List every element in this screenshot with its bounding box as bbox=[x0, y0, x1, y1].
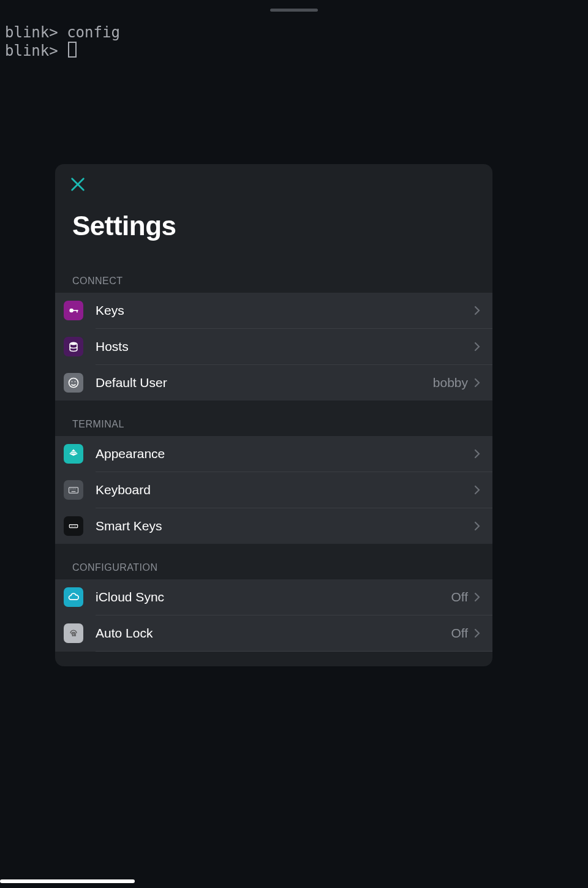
face-icon bbox=[64, 373, 83, 393]
row-icloud-sync[interactable]: iCloud Sync Off bbox=[55, 579, 492, 615]
close-icon bbox=[69, 176, 86, 193]
terminal-command: config bbox=[67, 24, 120, 41]
keyboard-icon bbox=[64, 480, 83, 500]
appearance-icon bbox=[64, 444, 83, 464]
section-terminal: Appearance Keyboard Smar bbox=[55, 436, 492, 544]
terminal-cursor bbox=[68, 42, 77, 58]
close-button[interactable] bbox=[69, 175, 87, 194]
row-appearance[interactable]: Appearance bbox=[55, 436, 492, 472]
row-label: iCloud Sync bbox=[96, 590, 451, 604]
svg-rect-18 bbox=[69, 525, 77, 528]
smartkeys-icon bbox=[64, 516, 83, 536]
section-header-connect: CONNECT bbox=[55, 241, 492, 293]
database-icon bbox=[64, 337, 83, 356]
svg-rect-4 bbox=[77, 310, 78, 312]
cloud-icon bbox=[64, 587, 83, 607]
fingerprint-icon bbox=[64, 623, 83, 643]
row-hosts[interactable]: Hosts bbox=[55, 329, 492, 364]
row-value: Off bbox=[451, 590, 468, 604]
row-label: Appearance bbox=[96, 446, 474, 461]
row-keyboard[interactable]: Keyboard bbox=[55, 472, 492, 508]
chevron-right-icon bbox=[474, 342, 480, 352]
modal-title: Settings bbox=[55, 194, 492, 241]
section-header-configuration: CONFIGURATION bbox=[55, 544, 492, 579]
row-label: Hosts bbox=[96, 339, 474, 354]
chevron-right-icon bbox=[474, 449, 480, 459]
terminal-line: blink> config bbox=[5, 23, 120, 42]
row-value: bobby bbox=[433, 375, 468, 390]
row-value: Off bbox=[451, 626, 468, 641]
row-label: Keys bbox=[96, 303, 474, 318]
window-grab-handle[interactable] bbox=[270, 9, 318, 12]
terminal-prompt: blink> bbox=[5, 42, 58, 59]
row-label: Smart Keys bbox=[96, 519, 474, 533]
terminal-line: blink> bbox=[5, 42, 120, 60]
row-label: Auto Lock bbox=[96, 626, 451, 641]
chevron-right-icon bbox=[474, 378, 480, 388]
row-auto-lock[interactable]: Auto Lock Off bbox=[55, 615, 492, 651]
svg-point-5 bbox=[70, 342, 77, 345]
svg-point-7 bbox=[72, 382, 73, 383]
chevron-right-icon bbox=[474, 521, 480, 531]
row-label: Keyboard bbox=[96, 483, 474, 497]
row-smart-keys[interactable]: Smart Keys bbox=[55, 508, 492, 544]
chevron-right-icon bbox=[474, 306, 480, 315]
row-default-user[interactable]: Default User bobby bbox=[55, 365, 492, 401]
row-label: Default User bbox=[96, 375, 433, 390]
svg-rect-11 bbox=[69, 487, 78, 493]
key-icon bbox=[64, 301, 83, 320]
section-connect: Keys Hosts Default User bbox=[55, 293, 492, 401]
divider bbox=[96, 651, 492, 652]
section-header-terminal: TERMINAL bbox=[55, 401, 492, 436]
settings-modal: Settings CONNECT Keys Hosts bbox=[55, 164, 492, 666]
svg-point-8 bbox=[75, 382, 76, 383]
svg-point-2 bbox=[69, 309, 74, 313]
chevron-right-icon bbox=[474, 628, 480, 638]
svg-point-6 bbox=[69, 378, 78, 388]
row-keys[interactable]: Keys bbox=[55, 293, 492, 328]
home-indicator[interactable] bbox=[0, 879, 135, 883]
chevron-right-icon bbox=[474, 485, 480, 495]
chevron-right-icon bbox=[474, 592, 480, 602]
terminal-output[interactable]: blink> config blink> bbox=[5, 23, 120, 60]
terminal-prompt: blink> bbox=[5, 24, 58, 41]
section-configuration: iCloud Sync Off Auto Lock Off bbox=[55, 579, 492, 652]
